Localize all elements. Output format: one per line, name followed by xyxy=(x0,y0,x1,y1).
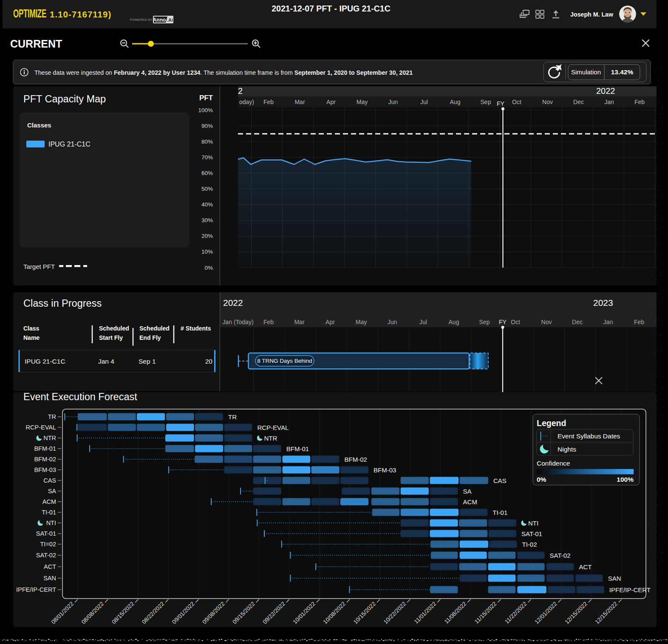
svg-text:TI-02: TI-02 xyxy=(522,541,537,548)
svg-text:SAT-02: SAT-02 xyxy=(36,552,56,559)
svg-text:CAS: CAS xyxy=(493,477,507,484)
svg-text:FY: FY xyxy=(497,100,505,107)
svg-text:Feb: Feb xyxy=(634,319,644,325)
svg-text:Oct: Oct xyxy=(512,99,521,105)
svg-text:IPFE/IP-CERT: IPFE/IP-CERT xyxy=(609,586,651,593)
svg-text:Aug: Aug xyxy=(450,99,461,105)
svg-text:100%: 100% xyxy=(617,476,634,483)
svg-text:60%: 60% xyxy=(201,170,213,176)
svg-text:70%: 70% xyxy=(201,154,213,161)
svg-text:PFT: PFT xyxy=(199,94,213,102)
svg-text:ACT: ACT xyxy=(44,563,56,570)
svg-text:BFM-03: BFM-03 xyxy=(374,466,396,474)
svg-text:BFM-03: BFM-03 xyxy=(34,466,56,473)
svg-text:90%: 90% xyxy=(201,123,213,129)
svg-text:8 TRNG Days Behind: 8 TRNG Days Behind xyxy=(257,358,312,364)
svg-text:CAS: CAS xyxy=(43,477,56,484)
svg-text:Feb: Feb xyxy=(263,99,274,105)
svg-text:Sep 1: Sep 1 xyxy=(139,358,156,365)
svg-text:2021-12-07 PFT - IPUG 21-C1C: 2021-12-07 PFT - IPUG 21-C1C xyxy=(272,4,391,13)
svg-text:ACT: ACT xyxy=(579,563,592,571)
svg-text:BFM-02: BFM-02 xyxy=(345,456,367,463)
svg-text:RCP-EVAL: RCP-EVAL xyxy=(257,424,289,431)
svg-text:2: 2 xyxy=(238,86,243,96)
svg-text:SAN: SAN xyxy=(43,575,56,582)
svg-text:Mar: Mar xyxy=(294,319,304,325)
svg-text:These data were ingested on Fe: These data were ingested on February 4, … xyxy=(34,69,413,76)
svg-text:ACM: ACM xyxy=(463,498,477,506)
svg-text:1.10-7167119): 1.10-7167119) xyxy=(50,9,111,19)
svg-text:BFM-01: BFM-01 xyxy=(34,445,56,452)
svg-text:Confidence: Confidence xyxy=(537,460,570,467)
svg-text:SAT-01: SAT-01 xyxy=(521,530,542,537)
svg-text:BFM-02: BFM-02 xyxy=(34,456,56,463)
svg-text:IPUG 21-C1C: IPUG 21-C1C xyxy=(48,141,91,148)
svg-text:Aug: Aug xyxy=(449,319,459,325)
svg-text:100%: 100% xyxy=(198,107,213,113)
svg-text:Legend: Legend xyxy=(537,418,566,428)
svg-text:SA: SA xyxy=(48,488,57,494)
svg-text:50%: 50% xyxy=(201,186,213,192)
svg-text:Event Execution Forecast: Event Execution Forecast xyxy=(23,391,137,402)
svg-text:Oct: Oct xyxy=(511,319,520,325)
svg-text:Jul: Jul xyxy=(419,319,427,325)
svg-text:Jan: Jan xyxy=(603,319,613,325)
svg-text:SAT-01: SAT-01 xyxy=(36,530,56,537)
svg-text:SA: SA xyxy=(463,488,472,495)
svg-text:SAN: SAN xyxy=(608,575,621,582)
svg-text:0%: 0% xyxy=(204,265,213,271)
svg-text:80%: 80% xyxy=(201,138,213,145)
svg-text:IPFE/IP-CERT: IPFE/IP-CERT xyxy=(16,586,56,593)
svg-text:SAT-02: SAT-02 xyxy=(550,552,571,559)
svg-text:13.42%: 13.42% xyxy=(611,68,634,76)
svg-text:TI=02: TI=02 xyxy=(40,541,56,548)
svg-text:Class: Class xyxy=(23,325,40,332)
svg-text:Classes: Classes xyxy=(27,121,51,129)
svg-text:Dec: Dec xyxy=(572,319,583,325)
svg-text:Nov: Nov xyxy=(542,99,553,105)
svg-text:Apr: Apr xyxy=(326,99,336,105)
svg-text:IPUG 21-C1C: IPUG 21-C1C xyxy=(25,358,65,365)
svg-text:BFM-01: BFM-01 xyxy=(286,445,309,452)
svg-text:Simulation: Simulation xyxy=(571,68,601,76)
svg-text:20%: 20% xyxy=(201,233,213,239)
svg-text:2022: 2022 xyxy=(596,86,615,96)
svg-text:Mar: Mar xyxy=(294,99,305,105)
svg-text:Scheduled: Scheduled xyxy=(139,325,170,332)
svg-text:FY: FY xyxy=(499,319,507,325)
svg-text:May: May xyxy=(357,99,368,105)
svg-text:20: 20 xyxy=(205,358,213,365)
svg-text:CURRENT: CURRENT xyxy=(10,38,62,50)
svg-text:Joseph M. Law: Joseph M. Law xyxy=(570,11,614,18)
svg-text:2023: 2023 xyxy=(593,298,613,308)
svg-text:Sep: Sep xyxy=(479,319,490,325)
svg-text:Event Syllabus Dates: Event Syllabus Dates xyxy=(558,432,620,440)
svg-text:TR: TR xyxy=(228,413,237,421)
svg-text:Feb: Feb xyxy=(263,319,274,325)
svg-text:oday): oday) xyxy=(239,99,254,105)
svg-text:End Fly: End Fly xyxy=(139,334,161,341)
svg-text:Jul: Jul xyxy=(420,99,428,105)
svg-text:Jan: Jan xyxy=(604,99,614,105)
svg-text:Target PFT: Target PFT xyxy=(23,263,55,270)
svg-text:TI-01: TI-01 xyxy=(493,509,507,516)
svg-text:Dec: Dec xyxy=(573,99,584,105)
svg-text:40%: 40% xyxy=(201,201,213,208)
svg-text:0%: 0% xyxy=(537,476,546,483)
svg-text:10%: 10% xyxy=(201,249,213,255)
svg-text:Anno: Anno xyxy=(153,17,166,23)
svg-text:Jun: Jun xyxy=(388,319,397,325)
svg-text:2022: 2022 xyxy=(223,298,243,308)
svg-text:Apr: Apr xyxy=(326,319,335,325)
svg-text:30%: 30% xyxy=(201,217,213,223)
svg-text:NTI: NTI xyxy=(528,520,538,527)
svg-text:Start Fly: Start Fly xyxy=(99,334,123,341)
svg-text:# Students: # Students xyxy=(181,325,211,332)
svg-text:ACM: ACM xyxy=(42,498,56,505)
svg-text:Name: Name xyxy=(23,334,40,341)
svg-text:NTR: NTR xyxy=(43,435,56,441)
svg-text:Scheduled: Scheduled xyxy=(99,325,129,332)
svg-text:PFT Capacity Map: PFT Capacity Map xyxy=(23,93,106,105)
svg-text:Sep: Sep xyxy=(481,99,491,105)
svg-text:Feb: Feb xyxy=(634,99,645,105)
